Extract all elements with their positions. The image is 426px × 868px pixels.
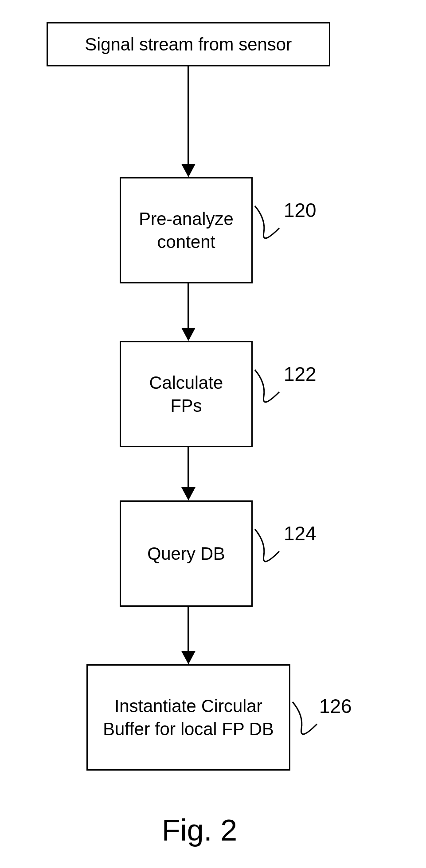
step-122-text: Calculate FPs [149, 371, 223, 417]
arrow-line-1 [188, 66, 189, 168]
step-124-box: Query DB [120, 500, 253, 607]
figure-caption: Fig. 2 [162, 813, 237, 847]
leader-line-124 [253, 525, 284, 578]
arrow-head-4 [181, 651, 195, 664]
input-box: Signal stream from sensor [47, 22, 330, 66]
input-box-text: Signal stream from sensor [85, 33, 292, 56]
step-122-box: Calculate FPs [120, 341, 253, 447]
reference-label-120: 120 [284, 199, 316, 221]
leader-line-122 [253, 365, 284, 418]
arrow-head-2 [181, 328, 195, 341]
leader-line-126 [290, 698, 321, 751]
reference-label-126: 126 [319, 695, 352, 717]
step-120-box: Pre-analyze content [120, 177, 253, 283]
arrow-line-3 [188, 447, 189, 492]
reference-label-124: 124 [284, 523, 316, 545]
arrow-head-3 [181, 487, 195, 500]
step-126-box: Instantiate Circular Buffer for local FP… [86, 664, 290, 771]
leader-line-120 [253, 202, 284, 255]
arrow-line-2 [188, 283, 189, 332]
arrow-line-4 [188, 607, 189, 655]
step-124-text: Query DB [147, 542, 225, 565]
step-126-text: Instantiate Circular Buffer for local FP… [103, 694, 274, 740]
reference-label-122: 122 [284, 363, 316, 385]
flowchart-diagram: Signal stream from sensor Pre-analyze co… [0, 0, 426, 868]
arrow-head-1 [181, 164, 195, 177]
step-120-text: Pre-analyze content [139, 207, 233, 253]
